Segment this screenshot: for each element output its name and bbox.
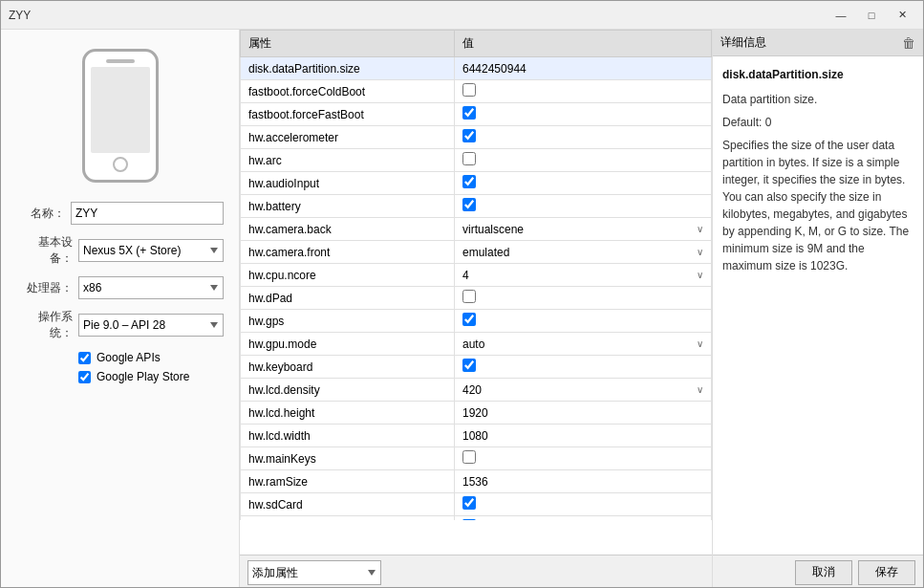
attr-cell: hw.ramSize [241,470,455,493]
table-row: fastboot.forceColdBoot [241,80,712,103]
value-cell[interactable] [455,310,712,333]
delete-icon[interactable]: 🗑 [902,35,915,51]
attr-dropdown-value: auto [462,338,484,351]
table-row: hw.sensors.orientation [241,516,712,521]
google-apis-checkbox[interactable] [78,352,91,364]
device-select[interactable]: Nexus 5X (+ Store) Nexus 5X Pixel 2 [78,239,224,262]
value-cell[interactable]: 4∨ [455,264,712,287]
value-cell[interactable] [455,149,712,172]
attr-checkbox[interactable] [462,83,476,97]
attr-cell: hw.accelerometer [241,126,455,149]
attr-cell: hw.lcd.height [241,402,455,425]
attr-cell: hw.cpu.ncore [241,264,455,287]
attr-cell: hw.audioInput [241,172,455,195]
value-cell[interactable] [455,356,712,379]
dropdown-arrow-icon[interactable]: ∨ [697,224,703,234]
right-panel-content: disk.dataPartition.size Data partition s… [713,56,923,555]
table-scroll[interactable]: 属性 值 disk.dataPartition.sizefastboot.for… [240,30,712,520]
attr-checkbox[interactable] [462,290,476,303]
attr-dropdown-cell: virtualscene∨ [462,223,703,236]
attr-cell: hw.arc [241,149,455,172]
value-cell[interactable] [455,172,712,195]
value-cell[interactable] [455,126,712,149]
table-row: hw.accelerometer [241,126,712,149]
google-apis-row: Google APIs [16,351,224,364]
value-cell[interactable] [455,447,712,470]
cancel-button[interactable]: 取消 [795,560,852,585]
col-val-header: 值 [455,31,712,57]
value-cell[interactable] [455,402,712,425]
attr-checkbox[interactable] [462,152,476,165]
table-row: hw.battery [241,195,712,218]
attr-cell: hw.camera.back [241,218,455,241]
attr-table: 属性 值 disk.dataPartition.sizefastboot.for… [240,30,712,520]
attr-dropdown-value: emulated [462,246,509,259]
right-panel: 详细信息 🗑 disk.dataPartition.size Data part… [713,30,923,588]
attr-text-input[interactable] [462,475,703,489]
dropdown-arrow-icon[interactable]: ∨ [697,247,703,257]
dropdown-arrow-icon[interactable]: ∨ [697,384,703,395]
detail-attr-name: disk.dataPartition.size [722,66,913,83]
attr-cell: disk.dataPartition.size [241,57,455,80]
minimize-button[interactable]: — [827,6,854,25]
value-cell[interactable] [455,425,712,447]
processor-row: 处理器： x86 x86_64 arm [16,276,224,299]
attr-checkbox[interactable] [462,198,476,211]
attr-cell: hw.camera.front [241,241,455,264]
value-cell[interactable] [455,516,712,521]
attr-text-input[interactable] [462,429,703,443]
value-cell[interactable]: 420∨ [455,379,712,402]
attr-cell: fastboot.forceColdBoot [241,80,455,103]
google-play-checkbox[interactable] [78,371,91,383]
value-cell[interactable]: virtualscene∨ [455,218,712,241]
attr-cell: hw.sensors.orientation [241,516,455,521]
attr-checkbox[interactable] [462,450,476,464]
save-button[interactable]: 保存 [858,560,915,585]
name-input[interactable] [71,202,224,225]
attr-checkbox[interactable] [462,519,476,520]
attr-checkbox[interactable] [462,106,476,120]
value-cell[interactable]: auto∨ [455,333,712,356]
attr-text-input[interactable] [462,406,703,420]
attr-checkbox[interactable] [462,359,476,372]
value-cell[interactable] [455,470,712,493]
value-cell[interactable] [455,287,712,310]
add-attr-select[interactable]: 添加属性 [247,560,381,585]
value-cell[interactable] [455,195,712,218]
table-row: hw.camera.backvirtualscene∨ [241,218,712,241]
attr-checkbox[interactable] [462,129,476,142]
phone-illustration [82,49,159,183]
table-row: hw.ramSize [241,470,712,493]
phone-speaker [106,59,135,63]
processor-select[interactable]: x86 x86_64 arm [78,276,224,299]
attr-checkbox[interactable] [462,313,476,326]
detail-desc-body: Specifies the size of the user data part… [722,137,913,274]
os-select[interactable]: Pie 9.0 – API 28 Oreo 8.1 – API 27 Nouga… [78,314,224,337]
attr-cell: hw.battery [241,195,455,218]
attr-cell: hw.keyboard [241,356,455,379]
dropdown-arrow-icon[interactable]: ∨ [697,270,703,280]
attr-checkbox[interactable] [462,175,476,188]
attr-cell: hw.dPad [241,287,455,310]
attr-dropdown-value: 420 [462,383,482,397]
table-row: hw.cpu.ncore4∨ [241,264,712,287]
close-button[interactable]: ✕ [889,6,915,25]
table-row: hw.dPad [241,287,712,310]
value-cell[interactable] [455,80,712,103]
middle-panel: 属性 值 disk.dataPartition.sizefastboot.for… [240,30,713,588]
detail-default: Default: 0 [722,114,913,131]
attr-dropdown-cell: 4∨ [462,269,703,282]
maximize-button[interactable]: □ [858,6,885,25]
value-cell[interactable] [455,493,712,516]
dropdown-arrow-icon[interactable]: ∨ [697,338,703,349]
table-row: hw.sdCard [241,493,712,516]
detail-desc-line1: Data partition size. [722,91,913,108]
value-cell[interactable] [455,103,712,126]
value-cell[interactable] [455,57,712,80]
attr-text-input[interactable] [462,62,703,76]
name-label: 名称： [16,206,71,222]
attr-checkbox[interactable] [462,496,476,510]
value-cell[interactable]: emulated∨ [455,241,712,264]
table-row: hw.camera.frontemulated∨ [241,241,712,264]
device-row: 基本设备： Nexus 5X (+ Store) Nexus 5X Pixel … [16,234,224,267]
